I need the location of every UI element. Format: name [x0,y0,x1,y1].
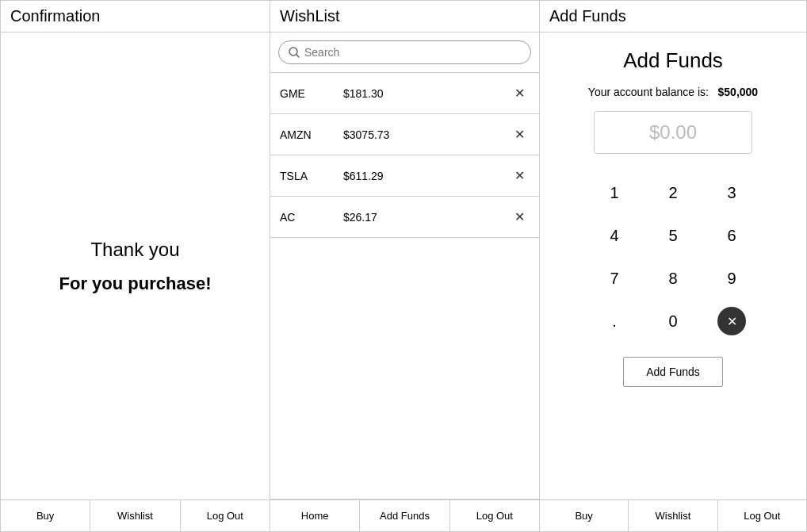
numpad-0-button[interactable]: 0 [645,301,701,341]
wishlist-remove-button[interactable]: ✕ [510,125,530,144]
confirmation-wishlist-button[interactable]: Wishlist [90,500,180,531]
add-funds-logout-button[interactable]: Log Out [718,500,806,531]
wishlist-nav: Home Add Funds Log Out [270,499,539,531]
add-funds-content: Add Funds Your account balance is: $50,0… [540,33,806,499]
confirmation-logout-button[interactable]: Log Out [181,500,270,531]
add-funds-wishlist-button[interactable]: Wishlist [629,500,717,531]
wishlist-price: $3075.73 [343,128,510,141]
wishlist-item: TSLA $611.29 ✕ [270,155,539,197]
wishlist-empty-space [270,286,539,500]
wishlist-price: $611.29 [343,170,510,182]
wishlist-header: WishList [270,1,539,33]
numpad-5-button[interactable]: 5 [645,216,701,255]
confirmation-nav: Buy Wishlist Log Out [1,499,270,531]
confirmation-buy-button[interactable]: Buy [1,500,90,531]
wishlist-symbol: AC [280,211,343,224]
search-wrapper [278,40,531,64]
svg-line-1 [296,55,299,57]
add-funds-header: Add Funds [540,1,806,33]
amount-display: $0.00 [594,111,752,154]
backspace-icon: ✕ [717,307,746,335]
numpad-backspace-button[interactable]: ✕ [704,301,759,341]
confirmation-panel: Confirmation Thank you For you purchase!… [1,1,270,531]
wishlist-item: GME $181.30 ✕ [270,73,539,114]
balance-label: Your account balance is: [588,86,709,98]
add-funds-buy-button[interactable]: Buy [540,500,629,531]
wishlist-price: $26.17 [343,211,510,224]
wishlist-addfunds-button[interactable]: Add Funds [360,500,449,531]
numpad-8-button[interactable]: 8 [645,258,701,298]
wishlist-items: GME $181.30 ✕ AMZN $3075.73 ✕ TSLA $611.… [270,73,539,286]
wishlist-symbol: TSLA [280,170,343,182]
wishlist-remove-button[interactable]: ✕ [510,208,530,226]
numpad-1-button[interactable]: 1 [587,173,642,212]
wishlist-panel: WishList GME $181.30 ✕ AMZN $3075.73 ✕ [270,1,540,531]
wishlist-item: AMZN $3075.73 ✕ [270,114,539,155]
numpad-7-button[interactable]: 7 [587,258,642,298]
numpad-6-button[interactable]: 6 [704,216,759,255]
numpad-.-button[interactable]: . [587,301,642,341]
balance-amount: $50,000 [718,86,759,98]
wishlist-remove-button[interactable]: ✕ [510,166,530,185]
confirmation-header: Confirmation [1,1,270,33]
wishlist-symbol: GME [280,87,343,100]
add-funds-nav: Buy Wishlist Log Out [540,499,806,531]
numpad-2-button[interactable]: 2 [645,173,701,212]
search-input[interactable] [304,46,521,59]
numpad-3-button[interactable]: 3 [704,173,759,212]
numpad-9-button[interactable]: 9 [704,258,759,298]
search-icon [289,47,300,58]
wishlist-remove-button[interactable]: ✕ [510,84,530,102]
numpad: 123456789.0✕ [587,173,759,341]
confirmation-content: Thank you For you purchase! [1,33,270,499]
wishlist-symbol: AMZN [280,128,343,141]
thank-you-text: Thank you [90,239,179,261]
add-funds-panel: Add Funds Add Funds Your account balance… [540,1,806,531]
add-funds-button[interactable]: Add Funds [623,357,723,387]
numpad-4-button[interactable]: 4 [587,216,642,255]
wishlist-home-button[interactable]: Home [270,500,360,531]
wishlist-price: $181.30 [343,87,510,100]
add-funds-title: Add Funds [623,48,723,73]
search-container [270,33,539,73]
balance-text: Your account balance is: $50,000 [588,86,758,98]
wishlist-logout-button[interactable]: Log Out [450,500,539,531]
wishlist-item: AC $26.17 ✕ [270,197,539,238]
for-purchase-text: For you purchase! [59,274,212,294]
